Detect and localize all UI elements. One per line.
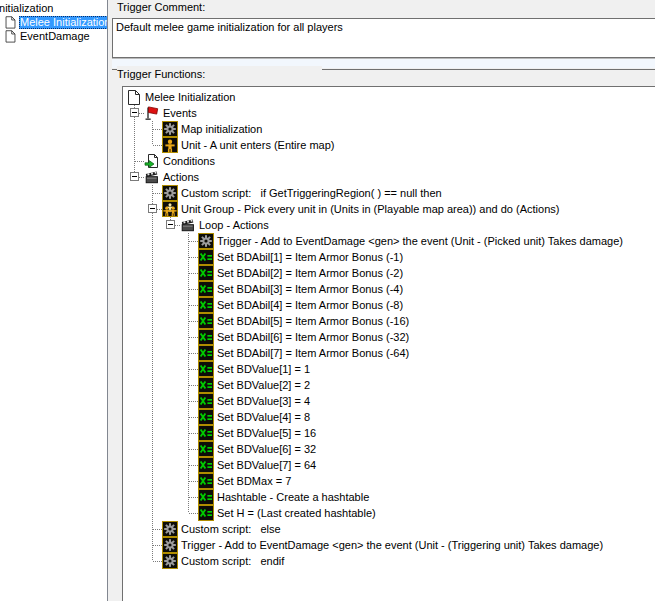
tree-guide-cell <box>180 441 198 457</box>
tree-guide-cell <box>144 345 162 361</box>
tree-guide-cell <box>162 393 180 409</box>
tree-guide-cell <box>180 329 198 345</box>
tree-guide-cell <box>126 489 144 505</box>
tree-guide-cell <box>180 393 198 409</box>
tree-guide-cell <box>144 521 162 537</box>
tree-row[interactable]: Conditions <box>126 153 655 169</box>
set-variable-icon <box>198 313 214 329</box>
tree-guide-cell <box>180 265 198 281</box>
tree-guide-cell <box>162 345 180 361</box>
expander-minus[interactable] <box>148 204 157 213</box>
tree-row[interactable]: Loop - Actions <box>126 217 655 233</box>
tree-guide-cell <box>144 553 162 569</box>
tree-guide-cell <box>126 377 144 393</box>
tree-row[interactable]: Trigger - Add to EventDamage <gen> the e… <box>126 233 655 249</box>
tree-row[interactable]: Map initialization <box>126 121 655 137</box>
tree-guide-cell <box>126 361 144 377</box>
tree-guide-cell <box>162 505 180 521</box>
tree-row-label: Events <box>163 106 197 120</box>
tree-row-label: Melee Initialization <box>145 90 236 104</box>
tree-guide-cell <box>180 313 198 329</box>
tree-guide-cell <box>162 441 180 457</box>
tree-guide-cell <box>126 473 144 489</box>
tree-guide-cell <box>126 425 144 441</box>
tree-row[interactable]: Unit - A unit enters (Entire map) <box>126 137 655 153</box>
tree-guide-cell <box>126 537 144 553</box>
tree-row[interactable]: Melee Initialization <box>126 89 655 105</box>
tree-guide-cell <box>144 265 162 281</box>
tree-guide-cell <box>144 121 162 137</box>
tree-row[interactable]: Set BDValue[3] = 4 <box>126 393 655 409</box>
tree-row[interactable]: Set BDAbil[1] = Item Armor Bonus (-1) <box>126 249 655 265</box>
tree-row[interactable]: Set BDValue[5] = 16 <box>126 425 655 441</box>
tree-row[interactable]: Set BDValue[4] = 8 <box>126 409 655 425</box>
expander-minus[interactable] <box>166 220 175 229</box>
tree-row[interactable]: Custom script: else <box>126 521 655 537</box>
set-variable-icon <box>198 249 214 265</box>
tree-row[interactable]: Set BDAbil[2] = Item Armor Bonus (-2) <box>126 265 655 281</box>
tree-guide-cell <box>162 473 180 489</box>
tree-row[interactable]: Set BDValue[7] = 64 <box>126 457 655 473</box>
tree-row-label: Custom script: endif <box>181 554 284 568</box>
tree-row[interactable]: Set BDAbil[5] = Item Armor Bonus (-16) <box>126 313 655 329</box>
tree-row[interactable]: Set BDAbil[7] = Item Armor Bonus (-64) <box>126 345 655 361</box>
tree-row[interactable]: Set BDAbil[3] = Item Armor Bonus (-4) <box>126 281 655 297</box>
tree-guide-cell <box>126 457 144 473</box>
set-variable-icon <box>198 505 214 521</box>
tree-row[interactable]: Hashtable - Create a hashtable <box>126 489 655 505</box>
set-variable-icon <box>198 457 214 473</box>
tree-guide-cell <box>144 185 162 201</box>
tree-row[interactable]: Custom script: if GetTriggeringRegion( )… <box>126 185 655 201</box>
tree-row[interactable]: Set BDValue[6] = 32 <box>126 441 655 457</box>
tree-guide-cell <box>162 233 180 249</box>
tree-row-label: Set BDValue[3] = 4 <box>217 394 310 408</box>
set-variable-icon <box>198 361 214 377</box>
tree-guide-cell <box>144 233 162 249</box>
tree-guide-cell <box>144 249 162 265</box>
tree-row-label: Set BDValue[7] = 64 <box>217 458 316 472</box>
tree-row[interactable]: Set BDValue[2] = 2 <box>126 377 655 393</box>
tree-row[interactable]: Set BDValue[1] = 1 <box>126 361 655 377</box>
tree-guide-cell <box>162 425 180 441</box>
tree-guide-cell <box>144 313 162 329</box>
tree-row[interactable]: Custom script: endif <box>126 553 655 569</box>
list-item-initialization[interactable]: Initialization <box>0 1 107 15</box>
unit-event-icon <box>162 137 178 153</box>
gear-icon <box>162 553 178 569</box>
set-variable-icon <box>198 409 214 425</box>
tree-row-label: Set BDAbil[2] = Item Armor Bonus (-2) <box>217 266 403 280</box>
tree-guide-cell <box>144 361 162 377</box>
tree-row[interactable]: Set H = (Last created hashtable) <box>126 505 655 521</box>
set-variable-icon <box>198 265 214 281</box>
gear-icon <box>198 233 214 249</box>
tree-row[interactable]: Set BDAbil[6] = Item Armor Bonus (-32) <box>126 329 655 345</box>
tree-guide-cell <box>144 505 162 521</box>
expander-minus[interactable] <box>130 108 139 117</box>
tree-row-label: Set BDValue[1] = 1 <box>217 362 310 376</box>
tree-row-label: Set BDValue[6] = 32 <box>217 442 316 456</box>
tree-row-label: Set BDAbil[6] = Item Armor Bonus (-32) <box>217 330 409 344</box>
tree-guide-cell <box>162 297 180 313</box>
tree-row-label: Unit - A unit enters (Entire map) <box>181 138 334 152</box>
list-item-melee-initialization[interactable]: Melee Initialization <box>0 15 107 29</box>
tree-row[interactable]: Events <box>126 105 655 121</box>
tree-row-label: Set BDAbil[1] = Item Armor Bonus (-1) <box>217 250 403 264</box>
tree-row-label: Map initialization <box>181 122 262 136</box>
gear-icon <box>162 185 178 201</box>
tree-row-label: Set BDAbil[7] = Item Armor Bonus (-64) <box>217 346 409 360</box>
expander-minus[interactable] <box>130 172 139 181</box>
tree-row-label: Unit Group - Pick every unit in (Units i… <box>181 202 559 216</box>
tree-guide-cell <box>180 473 198 489</box>
tree-row-label: Set BDAbil[3] = Item Armor Bonus (-4) <box>217 282 403 296</box>
tree-row[interactable]: Set BDAbil[4] = Item Armor Bonus (-8) <box>126 297 655 313</box>
tree-row[interactable]: Trigger - Add to EventDamage <gen> the e… <box>126 537 655 553</box>
tree-row[interactable]: Unit Group - Pick every unit in (Units i… <box>126 201 655 217</box>
trigger-comment-input[interactable]: Default melee game initialization for al… <box>112 18 655 58</box>
tree-row[interactable]: Set BDMax = 7 <box>126 473 655 489</box>
tree-guide-cell <box>126 185 144 201</box>
tree-guide-cell <box>126 505 144 521</box>
tree-guide-cell <box>162 361 180 377</box>
gear-icon <box>162 521 178 537</box>
tree-row[interactable]: Actions <box>126 169 655 185</box>
list-item-eventdamage[interactable]: EventDamage <box>0 29 107 43</box>
